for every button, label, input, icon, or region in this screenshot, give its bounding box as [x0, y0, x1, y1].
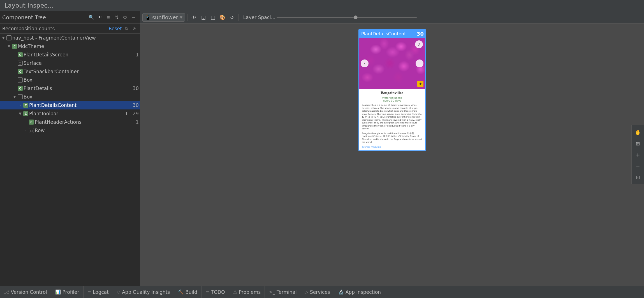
- app-inspection-icon: 🔬: [338, 289, 344, 295]
- tree-expand-icon[interactable]: ›: [24, 128, 28, 133]
- compose-icon: C: [12, 44, 17, 49]
- todo-label: TODO: [211, 289, 225, 295]
- search-button[interactable]: 🔍: [87, 13, 95, 21]
- settings-button[interactable]: ⚙: [121, 13, 129, 21]
- tree-item-nav_host[interactable]: ▼□nav_host - FragmentContainerView: [0, 34, 140, 42]
- phone-screen: ‹ ⤴ ★ Bougainvillea Watering needs every…: [358, 38, 426, 151]
- filter-button[interactable]: ⇅: [113, 13, 121, 21]
- status-item-problems[interactable]: ⚠Problems: [229, 286, 265, 298]
- eye-toolbar-button[interactable]: 👁: [190, 13, 198, 22]
- recomposition-label: Recomposition counts: [2, 26, 109, 31]
- tree-item-label: PlantDetailsContent: [29, 102, 128, 108]
- tree-item-textsnackbarcontainer[interactable]: CTextSnackbarContainer: [0, 67, 140, 76]
- layout-tool-button[interactable]: ⊞: [633, 138, 643, 148]
- refresh-toolbar-button[interactable]: ↺: [228, 13, 236, 22]
- component-tree-header: Component Tree 🔍 👁 ≡ ⇅ ⚙ −: [0, 11, 140, 24]
- nav-left-button[interactable]: ‹: [361, 59, 369, 67]
- share-button[interactable]: ⤴: [415, 40, 423, 48]
- canvas-area: PlantDetailsContent 30 ‹ ⤴ ★ Bo: [140, 24, 644, 286]
- logcat-label: Logcat: [93, 289, 109, 295]
- tree-item-surface[interactable]: □Surface: [0, 59, 140, 67]
- surface-icon: □: [18, 61, 23, 66]
- tree-item-row[interactable]: ›□Row: [0, 126, 140, 135]
- tree-item-mdctheme[interactable]: ▼CMdcTheme: [0, 42, 140, 51]
- tree-item-label: MdcTheme: [18, 43, 139, 49]
- status-item-services[interactable]: ▷Services: [301, 286, 334, 298]
- services-icon: ▷: [305, 289, 308, 295]
- tree-item-count: 1: [120, 111, 128, 116]
- tree-item-count: 30: [130, 102, 139, 108]
- status-item-build[interactable]: 🔨Build: [174, 286, 201, 298]
- tree-expand-icon[interactable]: ▼: [1, 36, 6, 40]
- problems-label: Problems: [239, 289, 261, 295]
- plant-image-area: ‹ ⤴ ★: [359, 38, 425, 89]
- plant-name: Bougainvillea: [362, 91, 422, 95]
- bookmark-badge[interactable]: ★: [417, 81, 423, 87]
- title-bar-text: Layout Inspec...: [4, 2, 53, 9]
- compose-icon: C: [18, 69, 23, 74]
- tree-expand-icon[interactable]: [24, 120, 28, 124]
- tree-expand-icon[interactable]: ▼: [12, 95, 17, 99]
- device-selector[interactable]: 📱 sunflower ▼: [142, 13, 185, 22]
- tree-expand-icon[interactable]: ›: [18, 103, 22, 107]
- tree-expand-icon[interactable]: [12, 78, 17, 82]
- frame-button[interactable]: ⊡: [633, 172, 643, 182]
- compose-icon: C: [18, 52, 23, 57]
- copy-button[interactable]: ⧉: [123, 25, 130, 32]
- status-item-app-inspection[interactable]: 🔬App Inspection: [334, 286, 385, 298]
- tree-item-plantdetailsscreen[interactable]: CPlantDetailsScreen1: [0, 51, 140, 59]
- tree-item-box2[interactable]: ▼□Box: [0, 93, 140, 101]
- tree-item-count-secondary: 29: [130, 111, 139, 116]
- watering-label: Watering needs: [362, 97, 422, 99]
- status-item-profiler[interactable]: 📊Profiler: [51, 286, 84, 298]
- component-label-bar: PlantDetailsContent 30: [358, 29, 426, 38]
- tree-item-plantdetails[interactable]: CPlantDetails30: [0, 84, 140, 93]
- status-item-todo[interactable]: ≡TODO: [201, 286, 229, 298]
- toolbar-separator-1: [187, 14, 187, 21]
- tree-item-box[interactable]: □Box: [0, 76, 140, 84]
- terminal-icon: >_: [269, 289, 275, 295]
- tree-expand-icon[interactable]: [12, 69, 17, 74]
- reset-link[interactable]: Reset: [109, 26, 122, 31]
- title-bar: Layout Inspec...: [0, 0, 644, 11]
- component-tree-title: Component Tree: [2, 14, 87, 20]
- layer-slider[interactable]: [277, 17, 417, 18]
- eye-button[interactable]: 👁: [96, 13, 104, 21]
- app-quality-insights-icon: ◇: [117, 289, 120, 295]
- nav-right-button: [416, 59, 423, 67]
- device-chevron-icon: ▼: [180, 15, 182, 19]
- tree-expand-icon[interactable]: [12, 86, 17, 91]
- status-item-logcat[interactable]: ≡Logcat: [84, 286, 113, 298]
- tree-item-planttoolbar[interactable]: ▼CPlantToolbar129: [0, 109, 140, 118]
- plant-description-2: Bougainvillea glabra in traditional Chin…: [362, 132, 422, 144]
- watering-days: every 30 days: [362, 99, 422, 102]
- list-button[interactable]: ≡: [104, 13, 112, 21]
- paint-toolbar-button[interactable]: 🎨: [218, 13, 227, 22]
- status-item-version-control[interactable]: ⎇Version Control: [0, 286, 51, 298]
- tree-expand-icon[interactable]: [12, 52, 17, 57]
- device-icon: 📱: [145, 15, 150, 20]
- plant-info: Bougainvillea Watering needs every 30 da…: [359, 89, 425, 150]
- todo-icon: ≡: [205, 289, 209, 295]
- tree-item-plantheaderactions[interactable]: CPlantHeaderActions1: [0, 118, 140, 126]
- compose-icon: C: [29, 120, 34, 125]
- zoom-in-button[interactable]: +: [633, 150, 643, 160]
- status-item-terminal[interactable]: >_Terminal: [265, 286, 301, 298]
- zoom-out-button[interactable]: −: [633, 161, 643, 171]
- version-control-label: Version Control: [11, 289, 47, 295]
- slider-thumb[interactable]: [354, 15, 358, 19]
- cancel-button[interactable]: ⊘: [131, 25, 138, 32]
- tree-expand-icon[interactable]: ▼: [7, 44, 11, 49]
- status-item-app-quality-insights[interactable]: ◇App Quality Insights: [113, 286, 174, 298]
- hand-tool-button[interactable]: ✋: [633, 127, 643, 137]
- tree-expand-icon[interactable]: ▼: [18, 111, 22, 116]
- tree-expand-icon[interactable]: [12, 61, 17, 65]
- tree-item-label: nav_host - FragmentContainerView: [12, 35, 139, 41]
- component-count-badge: 30: [414, 29, 426, 38]
- surface-icon: □: [18, 94, 23, 99]
- layout-toolbar-button[interactable]: ◱: [199, 13, 208, 22]
- tree-item-count: 1: [130, 52, 139, 58]
- tree-item-plantdetailscontent[interactable]: ›CPlantDetailsContent30: [0, 101, 140, 109]
- collapse-button[interactable]: −: [129, 13, 137, 21]
- export-toolbar-button[interactable]: ⬚: [209, 13, 217, 22]
